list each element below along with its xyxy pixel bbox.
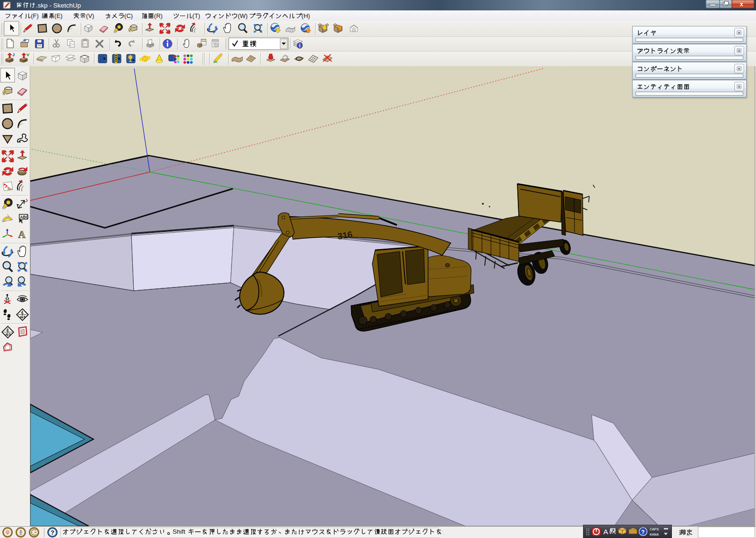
svg-text:C: C <box>21 311 24 315</box>
svg-text:(W): (W) <box>238 12 248 19</box>
svg-text:?: ? <box>641 529 644 536</box>
svg-text:A-5: A-5 <box>20 315 26 319</box>
svg-text:(F): (F) <box>31 12 39 19</box>
svg-text:(H): (H) <box>301 12 310 19</box>
svg-text:KANA: KANA <box>650 532 659 537</box>
svg-text:(T): (T) <box>192 12 200 19</box>
svg-text:x: x <box>740 1 743 8</box>
svg-text:?: ? <box>51 529 54 536</box>
svg-text:CAPS: CAPS <box>650 527 659 531</box>
svg-text:J: J <box>12 52 15 57</box>
svg-text:ABC: ABC <box>20 215 28 219</box>
svg-text:A: A <box>18 229 26 240</box>
svg-text:A-5: A-5 <box>5 332 11 337</box>
svg-text:(R): (R) <box>154 12 163 19</box>
svg-text:Shift: Shift <box>172 528 185 535</box>
svg-text:(V): (V) <box>86 12 94 19</box>
svg-text:V: V <box>26 52 29 57</box>
svg-text:A: A <box>603 528 608 536</box>
svg-text:(C): (C) <box>124 12 133 19</box>
svg-text:(E): (E) <box>54 12 62 19</box>
svg-text:C: C <box>6 328 9 332</box>
